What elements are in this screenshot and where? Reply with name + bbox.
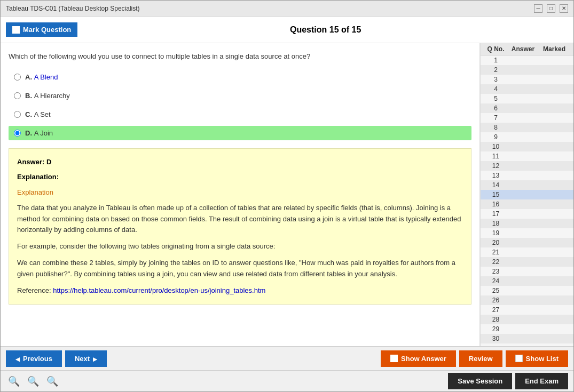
sidebar-row-20[interactable]: 20	[481, 238, 573, 247]
maximize-button[interactable]: □	[547, 4, 555, 13]
sidebar-row-2[interactable]: 2	[481, 65, 573, 75]
end-exam-button[interactable]: End Exam	[515, 373, 568, 389]
sidebar-qnum-9: 9	[484, 133, 508, 141]
reference-prefix: Reference:	[17, 286, 53, 294]
save-session-button[interactable]: Save Session	[448, 373, 512, 389]
sidebar-qnum-13: 13	[484, 172, 508, 179]
sidebar-row-21[interactable]: 21	[481, 247, 573, 257]
next-button[interactable]: Next	[65, 350, 107, 367]
show-answer-button[interactable]: Show Answer	[381, 350, 456, 367]
option-b-label: B. A Hierarchy	[25, 92, 70, 100]
sidebar-qnum-6: 6	[484, 105, 508, 112]
sidebar-qnum-5: 5	[484, 95, 508, 102]
radio-d[interactable]	[14, 130, 21, 137]
explanation-label: Explanation	[17, 187, 463, 198]
question-panel: Which of the following would you use to …	[1, 43, 480, 346]
reference-url[interactable]: https://help.tableau.com/current/pro/des…	[53, 286, 265, 294]
radio-c[interactable]	[14, 111, 21, 118]
option-c[interactable]: C. A Set	[9, 107, 471, 122]
zoom-reset-button[interactable]: 🔍	[25, 374, 41, 388]
sidebar-qnum-21: 21	[484, 249, 508, 256]
sidebar-row-17[interactable]: 17	[481, 209, 573, 219]
sidebar-qnum-4: 4	[484, 85, 508, 93]
explanation-header: Explanation:	[17, 172, 463, 183]
sidebar-row-27[interactable]: 27	[481, 305, 573, 315]
review-label: Review	[469, 355, 493, 363]
sidebar-row-5[interactable]: 5	[481, 94, 573, 103]
zoom-in-button[interactable]: 🔍	[6, 374, 22, 388]
sidebar-col-answer: Answer	[508, 45, 538, 53]
radio-b[interactable]	[14, 92, 21, 99]
next-arrow-icon	[93, 355, 97, 363]
mark-question-button[interactable]: Mark Question	[6, 22, 77, 37]
close-button[interactable]: ✕	[560, 4, 568, 13]
sidebar-row-4[interactable]: 4	[481, 84, 573, 94]
sidebar: Q No. Answer Marked 1 2 3 4 5 6	[480, 43, 573, 346]
sidebar-row-13[interactable]: 13	[481, 171, 573, 180]
next-label: Next	[75, 355, 90, 363]
option-a-label: A. A Blend	[25, 73, 58, 81]
sidebar-row-18[interactable]: 18	[481, 219, 573, 228]
sidebar-row-30[interactable]: 30	[481, 334, 573, 343]
show-answer-checkbox-icon	[390, 355, 398, 362]
sidebar-row-3[interactable]: 3	[481, 75, 573, 84]
zoom-out-button[interactable]: 🔍	[44, 374, 60, 388]
sidebar-qnum-10: 10	[484, 143, 508, 150]
sidebar-row-26[interactable]: 26	[481, 295, 573, 305]
question-text: Which of the following would you use to …	[9, 51, 471, 62]
sidebar-row-7[interactable]: 7	[481, 113, 573, 123]
sidebar-row-6[interactable]: 6	[481, 103, 573, 113]
sidebar-row-16[interactable]: 16	[481, 199, 573, 209]
sidebar-col-marked: Marked	[538, 45, 570, 53]
sidebar-qnum-15: 15	[484, 191, 508, 198]
option-b[interactable]: B. A Hierarchy	[9, 89, 471, 103]
option-a[interactable]: A. A Blend	[9, 70, 471, 84]
sidebar-row-23[interactable]: 23	[481, 267, 573, 276]
sidebar-qnum-16: 16	[484, 201, 508, 208]
bottom-toolbar: Previous Next Show Answer Review Show Li…	[1, 346, 573, 370]
question-title: Question 15 of 15	[83, 25, 568, 35]
sidebar-row-28[interactable]: 28	[481, 315, 573, 324]
sidebar-qnum-23: 23	[484, 268, 508, 275]
sidebar-row-12[interactable]: 12	[481, 161, 573, 171]
option-d[interactable]: D. A Join	[9, 126, 471, 140]
review-button[interactable]: Review	[459, 350, 502, 367]
answer-box: Answer: D Explanation: Explanation The d…	[9, 148, 471, 305]
sidebar-row-24[interactable]: 24	[481, 276, 573, 286]
sidebar-qnum-25: 25	[484, 287, 508, 294]
sidebar-qnum-27: 27	[484, 306, 508, 314]
answer-line: Answer: D	[17, 157, 463, 168]
sidebar-qnum-7: 7	[484, 114, 508, 122]
sidebar-qnum-14: 14	[484, 181, 508, 189]
minimize-button[interactable]: ─	[534, 4, 542, 13]
previous-button[interactable]: Previous	[6, 350, 62, 367]
show-list-button[interactable]: Show List	[506, 350, 568, 367]
sidebar-qnum-20: 20	[484, 239, 508, 246]
toolbar: Mark Question Question 15 of 15	[1, 17, 573, 43]
sidebar-row-14[interactable]: 14	[481, 180, 573, 190]
sidebar-qnum-24: 24	[484, 277, 508, 285]
mark-question-label: Mark Question	[23, 26, 71, 34]
sidebar-row-8[interactable]: 8	[481, 123, 573, 132]
sidebar-rows: 1 2 3 4 5 6 7 8	[481, 55, 573, 343]
previous-label: Previous	[23, 355, 52, 363]
sidebar-row-22[interactable]: 22	[481, 257, 573, 267]
sidebar-qnum-22: 22	[484, 258, 508, 266]
explanation-body2: For example, consider the following two …	[17, 241, 463, 252]
sidebar-qnum-19: 19	[484, 229, 508, 237]
sidebar-row-29[interactable]: 29	[481, 324, 573, 334]
radio-a[interactable]	[14, 74, 21, 81]
title-bar-controls: ─ □ ✕	[534, 4, 568, 13]
sidebar-row-25[interactable]: 25	[481, 286, 573, 295]
sidebar-qnum-1: 1	[484, 57, 508, 64]
show-list-checkbox-icon	[515, 355, 523, 362]
sidebar-qnum-3: 3	[484, 76, 508, 83]
show-answer-label: Show Answer	[401, 355, 446, 363]
sidebar-row-1[interactable]: 1	[481, 55, 573, 65]
sidebar-row-19[interactable]: 19	[481, 228, 573, 238]
sidebar-row-15[interactable]: 15	[481, 190, 573, 199]
sidebar-qnum-28: 28	[484, 316, 508, 323]
sidebar-row-10[interactable]: 10	[481, 142, 573, 151]
sidebar-row-9[interactable]: 9	[481, 132, 573, 142]
sidebar-row-11[interactable]: 11	[481, 151, 573, 161]
